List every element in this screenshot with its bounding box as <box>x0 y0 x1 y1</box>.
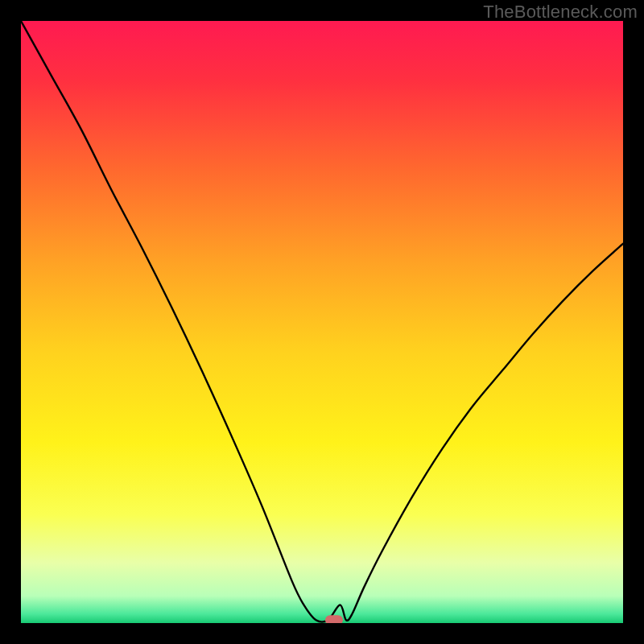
bottleneck-chart-svg <box>21 21 623 623</box>
optimum-marker <box>325 615 343 623</box>
plot-area <box>21 21 623 623</box>
gradient-background <box>21 21 623 623</box>
chart-frame: TheBottleneck.com <box>0 0 644 644</box>
watermark-text: TheBottleneck.com <box>483 2 638 23</box>
